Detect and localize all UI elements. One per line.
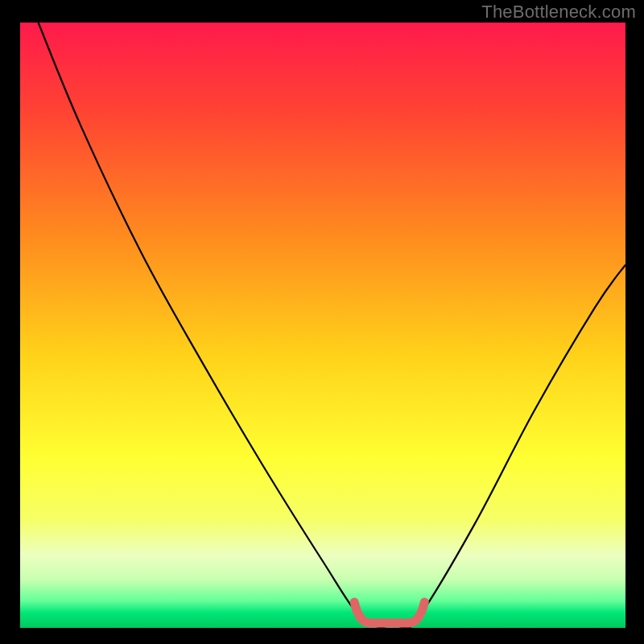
chart-frame: TheBottleneck.com [0,0,644,644]
plot-background [20,23,625,628]
bottleneck-chart [0,0,644,644]
